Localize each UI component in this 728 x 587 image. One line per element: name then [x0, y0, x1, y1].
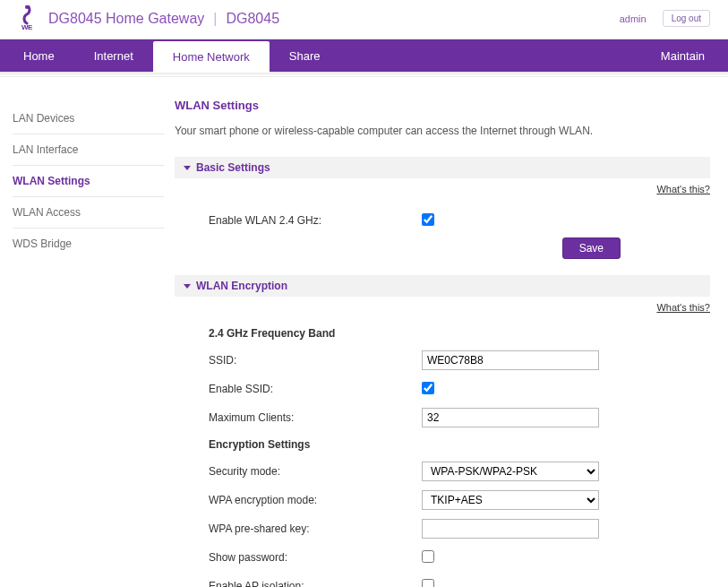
label-enable-wlan: Enable WLAN 2.4 GHz:: [209, 214, 422, 227]
section-title-basic: Basic Settings: [196, 161, 270, 174]
current-user: admin: [620, 13, 647, 24]
heading-frequency-band: 2.4 GHz Frequency Band: [209, 327, 705, 340]
collapse-icon: [184, 166, 191, 170]
section-wlan-encryption: WLAN Encryption What's this? 2.4 GHz Fre…: [175, 275, 710, 587]
main-nav: Home Internet Home Network Share Maintai…: [0, 39, 728, 72]
encryption-body: 2.4 GHz Frequency Band SSID: Enable SSID…: [175, 297, 710, 587]
collapse-icon: [184, 284, 191, 289]
user-area: admin Log out: [620, 10, 710, 27]
logout-button[interactable]: Log out: [663, 10, 710, 27]
main-panel: WLAN Settings Your smart phone or wirele…: [175, 99, 728, 587]
product-model: DG8045: [226, 11, 279, 27]
topbar: WE DG8045 Home Gateway | DG8045 admin Lo…: [0, 0, 728, 39]
tab-share[interactable]: Share: [270, 39, 340, 72]
label-enable-ssid: Enable SSID:: [209, 383, 422, 395]
content: LAN Devices LAN Interface WLAN Settings …: [0, 77, 728, 587]
tab-home[interactable]: Home: [4, 39, 74, 72]
section-basic-settings: Basic Settings What's this? Enable WLAN …: [175, 157, 710, 259]
input-psk[interactable]: [422, 519, 599, 539]
heading-encryption-settings: Encryption Settings: [209, 438, 705, 451]
whats-this-encryption[interactable]: What's this?: [656, 302, 710, 313]
title-separator: |: [213, 11, 217, 27]
sidebar-item-wlan-settings[interactable]: WLAN Settings: [13, 168, 175, 194]
page-description: Your smart phone or wireless-capable com…: [175, 125, 710, 137]
logo-text: WE: [21, 23, 32, 31]
label-psk: WPA pre-shared key:: [209, 522, 422, 535]
sidebar-item-wds-bridge[interactable]: WDS Bridge: [13, 231, 175, 256]
checkbox-show-password[interactable]: [422, 550, 434, 563]
tab-internet[interactable]: Internet: [74, 39, 153, 72]
we-logo-icon: WE: [14, 4, 39, 33]
section-bar-basic[interactable]: Basic Settings: [175, 157, 710, 178]
checkbox-enable-wlan[interactable]: [422, 213, 434, 226]
sidebar: LAN Devices LAN Interface WLAN Settings …: [0, 99, 175, 256]
select-wpa-mode[interactable]: TKIP+AES: [422, 490, 599, 510]
label-show-password: Show password:: [209, 551, 422, 564]
input-max-clients[interactable]: [422, 408, 599, 427]
section-bar-encryption[interactable]: WLAN Encryption: [175, 275, 710, 297]
checkbox-enable-ssid[interactable]: [422, 382, 434, 394]
product-name: DG8045 Home Gateway: [48, 11, 204, 27]
section-title-encryption: WLAN Encryption: [196, 280, 287, 292]
tab-home-network[interactable]: Home Network: [153, 41, 270, 73]
basic-body: Enable WLAN 2.4 GHz: Save: [175, 178, 710, 259]
label-wpa-mode: WPA encryption mode:: [209, 494, 422, 506]
whats-this-basic[interactable]: What's this?: [656, 184, 710, 194]
label-ap-isolation: Enable AP isolation:: [209, 580, 422, 587]
sidebar-item-lan-devices[interactable]: LAN Devices: [13, 106, 175, 131]
sidebar-item-lan-interface[interactable]: LAN Interface: [13, 137, 175, 162]
label-ssid: SSID:: [209, 354, 422, 367]
product-title: DG8045 Home Gateway | DG8045: [48, 11, 279, 27]
label-security-mode: Security mode:: [209, 465, 422, 478]
page-title: WLAN Settings: [175, 99, 710, 112]
checkbox-ap-isolation[interactable]: [422, 579, 434, 588]
label-max-clients: Maximum Clients:: [209, 411, 422, 424]
select-security-mode[interactable]: WPA-PSK/WPA2-PSK: [422, 462, 599, 481]
save-button-basic[interactable]: Save: [562, 237, 621, 259]
tab-maintain[interactable]: Maintain: [641, 39, 724, 72]
input-ssid[interactable]: [422, 350, 599, 370]
brand-area: WE DG8045 Home Gateway | DG8045: [14, 4, 279, 33]
svg-point-0: [25, 5, 29, 9]
sidebar-item-wlan-access[interactable]: WLAN Access: [13, 200, 175, 225]
